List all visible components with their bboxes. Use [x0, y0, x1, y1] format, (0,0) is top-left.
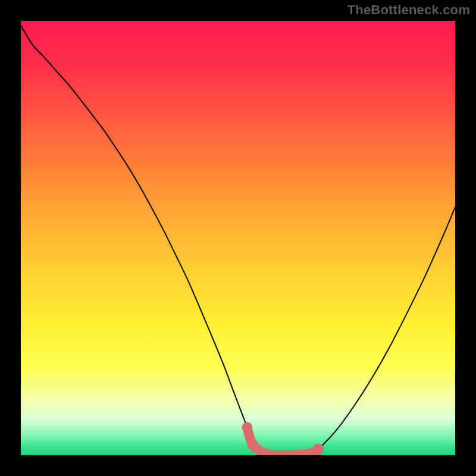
series-right-curve	[289, 207, 455, 455]
series-left-curve	[21, 26, 289, 455]
chart-stage: TheBottleneck.com	[0, 0, 476, 476]
watermark-text: TheBottleneck.com	[347, 2, 470, 18]
marker-dot	[307, 447, 318, 455]
marker-dot	[313, 444, 324, 455]
chart-svg	[21, 21, 455, 455]
marker-segment	[247, 427, 318, 455]
marker-dot	[242, 422, 252, 433]
chart-plot-area	[21, 21, 455, 455]
marker-dot	[248, 439, 258, 450]
